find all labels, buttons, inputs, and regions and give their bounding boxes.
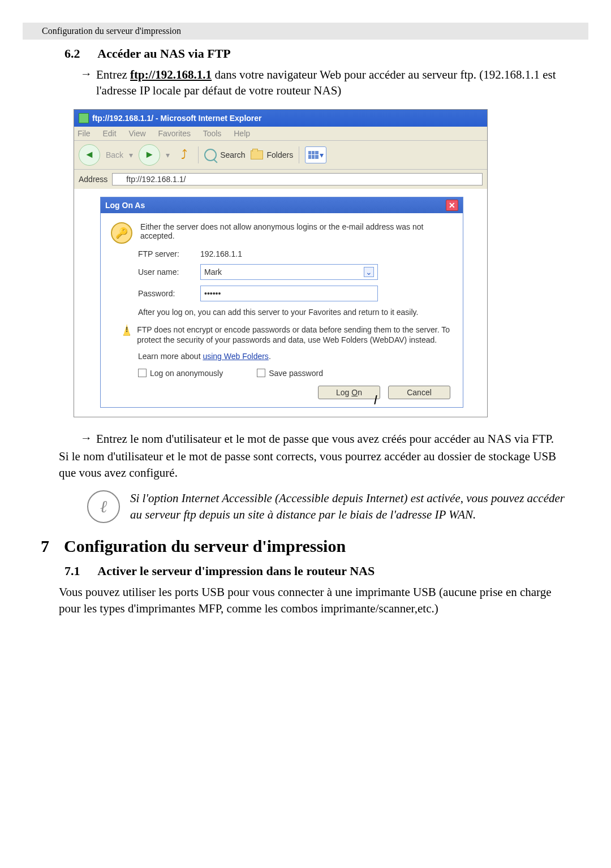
warning-icon: ! [123,325,130,336]
forward-button[interactable]: ► [139,144,160,166]
back-button[interactable]: ◄ [79,144,100,166]
chevron-down-icon[interactable]: ⌄ [364,267,374,277]
ie-menubar: File Edit View Favorites Tools Help [74,127,487,141]
back-dropdown-icon[interactable]: ▾ [129,150,133,159]
logon-dialog: Log On As ✕ 🔑 Either the server does not… [100,197,463,408]
section-6-2-heading: 6.2 Accéder au NAS via FTP [64,46,570,61]
save-password-checkbox[interactable]: Save password [257,369,323,378]
instruction-2: → Entrez le nom d'utilisateur et le mot … [80,431,570,447]
running-header: Configuration du serveur d'impression [23,23,588,40]
section-7-num: 7 [41,537,49,556]
instruction-1: → Entrez ftp://192.168.1.1 dans votre na… [80,67,570,99]
arrow-icon: → [80,67,96,99]
address-value: ftp://192.168.1.1/ [126,175,186,184]
section-title: Accéder au NAS via FTP [97,46,230,61]
menu-tools[interactable]: Tools [203,129,222,138]
menu-edit[interactable]: Edit [102,129,116,138]
checkbox-icon [257,369,265,377]
back-label: Back [106,150,123,159]
ftp-url-link[interactable]: ftp://192.168.1.1 [130,68,212,81]
menu-help[interactable]: Help [234,129,250,138]
menu-file[interactable]: File [78,129,91,138]
ie-toolbar: ◄ Back ▾ ► ▾ ⤴ Search Folders ▾ [74,141,487,170]
arrow-icon: → [80,431,96,447]
ie-title-text: ftp://192.168.1.1/ - Microsoft Internet … [92,114,262,123]
section-7-1-heading: 7.1 Activer le serveur d'impression dans… [64,564,570,578]
instruction-2-text: Entrez le nom d'utilisateur et le mot de… [96,431,570,447]
dialog-titlebar: Log On As ✕ [101,197,463,213]
ie-window: ftp://192.168.1.1/ - Microsoft Internet … [74,109,488,418]
section-7-heading: 7 Configuration du serveur d'impression [41,537,570,556]
instruction-1-text: Entrez ftp://192.168.1.1 dans votre navi… [96,67,570,99]
close-button[interactable]: ✕ [446,200,458,211]
dialog-message: Either the server does not allow anonymo… [140,222,453,240]
ie-titlebar: ftp://192.168.1.1/ - Microsoft Internet … [74,110,487,127]
running-header-text: Configuration du serveur d'impression [23,26,181,36]
toolbar-separator [299,146,299,163]
section-num: 7.1 [64,564,95,578]
ie-address-bar: Address ftp://192.168.1.1/ [74,170,487,189]
folders-button[interactable]: Folders [251,150,293,159]
username-value: Mark [204,267,222,277]
search-button[interactable]: Search [204,149,245,161]
note-block: ℓ Si l'option Internet Accessible (Acces… [87,490,570,523]
password-value: •••••• [204,289,221,298]
menu-view[interactable]: View [128,129,145,138]
search-icon [204,149,217,161]
paragraph-printserver: Vous pouvez utiliser les ports USB pour … [59,584,570,617]
note-text: Si l'option Internet Accessible (Accessi… [130,490,570,522]
menu-favorites[interactable]: Favorites [158,129,191,138]
password-input[interactable]: •••••• [200,286,378,301]
address-favicon [115,175,123,183]
ftp-server-value: 192.168.1.1 [200,249,242,258]
forward-dropdown-icon[interactable]: ▾ [166,150,170,159]
toolbar-separator [198,146,199,163]
address-label: Address [79,175,107,184]
address-field[interactable]: ftp://192.168.1.1/ [112,173,483,185]
note-icon: ℓ [87,490,120,523]
section-num: 6.2 [64,46,95,61]
favorites-hint: After you log on, you can add this serve… [138,307,453,318]
ftp-server-label: FTP server: [138,249,200,258]
password-label: Password: [138,289,200,298]
web-folders-link[interactable]: using Web Folders [203,352,268,361]
dialog-title-text: Log On As [105,201,145,210]
section-7-title: Configuration du serveur d'impression [64,537,346,556]
paragraph-success: Si le nom d'utilisateur et le mot de pas… [59,448,570,481]
logon-button[interactable]: Log On [318,386,380,399]
learn-more-row: Learn more about using Web Folders. [138,351,453,362]
folder-icon [251,150,263,159]
warning-text: FTP does not encrypt or encode passwords… [137,325,453,346]
logon-anonymously-checkbox[interactable]: Log on anonymously [138,369,223,378]
cancel-button[interactable]: Cancel [388,386,450,399]
section-title: Activer le serveur d'impression dans le … [97,564,375,578]
up-folder-button[interactable]: ⤴ [175,146,192,163]
username-label: User name: [138,267,200,277]
checkbox-icon [138,369,147,377]
ie-app-icon [79,113,89,123]
username-input[interactable]: Mark ⌄ [200,264,378,280]
key-icon: 🔑 [111,222,132,244]
views-button[interactable]: ▾ [305,146,326,163]
